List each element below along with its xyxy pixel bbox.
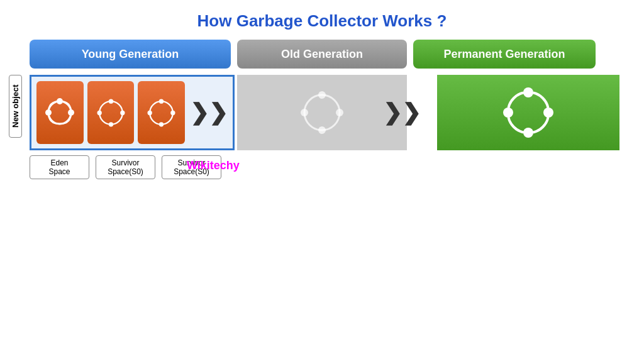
eden-cycle-icon — [41, 94, 79, 131]
svg-point-15 — [318, 91, 326, 99]
permanent-generation-header: Permanent Generation — [413, 40, 596, 69]
permanent-zone — [437, 75, 619, 150]
young-zone: ❯❯ — [30, 75, 235, 150]
eden-label: Eden Space — [30, 155, 89, 179]
new-object-label: New object — [9, 75, 22, 138]
svg-point-8 — [108, 122, 113, 126]
svg-point-16 — [336, 109, 343, 116]
svg-point-6 — [120, 110, 125, 114]
svg-point-17 — [301, 109, 308, 116]
old-cycle-icon — [297, 87, 347, 138]
survivor1-box — [138, 81, 185, 144]
svg-point-18 — [318, 126, 326, 134]
svg-point-7 — [97, 110, 101, 114]
svg-point-20 — [523, 87, 533, 97]
old-gen-label: Old Generation — [281, 48, 363, 61]
svg-point-22 — [503, 108, 513, 118]
survivor0-box — [87, 81, 135, 144]
survivor0-cycle-icon — [94, 96, 128, 130]
young-to-old-chevron: ❯❯ — [190, 99, 228, 126]
svg-point-5 — [108, 99, 113, 103]
page-title: How Garbage Collector Works ? — [0, 0, 644, 31]
old-generation-header: Old Generation — [237, 40, 407, 69]
survivor1-label: Survivor Space(S0) — [162, 155, 221, 179]
eden-box — [36, 81, 84, 144]
svg-point-10 — [159, 99, 164, 103]
permanent-gen-label: Permanent Generation — [443, 48, 565, 61]
svg-point-13 — [159, 122, 164, 126]
svg-point-11 — [170, 110, 175, 114]
svg-point-9 — [150, 101, 173, 125]
svg-point-12 — [148, 110, 152, 114]
svg-point-4 — [99, 101, 123, 125]
survivor0-label: Survivor Space(S0) — [96, 155, 155, 179]
survivor1-cycle-icon — [144, 96, 179, 130]
young-generation-header: Young Generation — [30, 40, 231, 69]
young-gen-label: Young Generation — [82, 48, 179, 61]
old-zone: ❯❯ — [237, 75, 407, 150]
old-to-perm-chevron: ❯❯ — [383, 99, 421, 126]
svg-point-23 — [523, 128, 533, 138]
svg-point-21 — [543, 108, 553, 118]
perm-cycle-icon — [497, 81, 560, 144]
svg-point-14 — [304, 95, 340, 130]
